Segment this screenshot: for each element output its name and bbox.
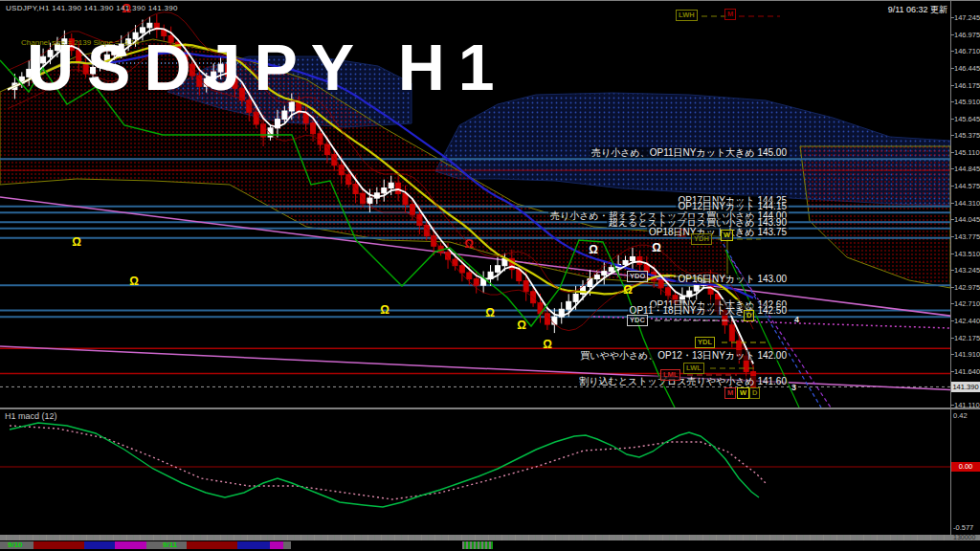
- candlestick: [467, 273, 472, 279]
- price-axis-label: 142.710: [954, 299, 980, 308]
- candlestick: [403, 193, 408, 204]
- swing-marker-icon: Ω: [543, 338, 552, 351]
- macd-main-line: [10, 423, 759, 507]
- price-axis-label: 141.640: [954, 367, 980, 376]
- price-axis-label: 146.175: [954, 81, 980, 90]
- candlestick: [573, 294, 578, 301]
- swing-marker-icon: Ω: [517, 319, 526, 332]
- price-axis-label: 144.845: [954, 165, 980, 173]
- session-segment: [270, 541, 283, 549]
- price-axis-label: 141.910: [954, 350, 980, 359]
- candlestick: [382, 188, 387, 193]
- price-axis-label: 145.375: [954, 131, 980, 140]
- pivot-box-lwh: LWH: [676, 10, 698, 21]
- pivot-box-ydo: YDO: [627, 271, 648, 282]
- pivot-box-d: D: [749, 387, 760, 399]
- price-axis-label: 145.910: [954, 98, 980, 106]
- candlestick: [474, 279, 479, 286]
- price-axis-label: 144.045: [954, 215, 980, 224]
- pivot-box-ydc: YDC: [627, 315, 648, 326]
- op-level-annotation: OP16日NYカット 143.00: [676, 274, 789, 284]
- pivot-box-d: D: [744, 310, 754, 321]
- swing-marker-icon: Ω: [485, 306, 495, 320]
- pane-separator[interactable]: [0, 408, 980, 409]
- pivot-box-lwl: LWL: [683, 363, 704, 374]
- swing-marker-icon: Ω: [72, 235, 81, 249]
- date-label: 9/10: [8, 540, 23, 549]
- macd-axis-top: 0.42: [953, 411, 968, 420]
- pivot-box-ydh: YDH: [691, 233, 712, 245]
- price-axis-label: 142.440: [954, 317, 980, 325]
- price-axis-label: 145.110: [954, 148, 980, 157]
- candlestick: [630, 256, 635, 260]
- price-axis-label: 144.575: [954, 182, 980, 190]
- wave-number-label: 3: [791, 383, 796, 392]
- candlestick: [602, 272, 607, 276]
- price-axis-label: 145.645: [954, 115, 980, 123]
- candlestick: [417, 214, 422, 225]
- session-segment: [115, 541, 146, 549]
- op-level-annotation: 割り込むとストップロス売りやや小さめ 141.60: [577, 376, 789, 386]
- ichimoku-cloud-future: [800, 146, 950, 288]
- pivot-box-w: W: [737, 387, 749, 399]
- channel-info-label: Channel size = 2139 Slope = -4.14: [21, 38, 139, 47]
- op-level-annotation: OP18日NYカット大きめ 143.75: [647, 227, 789, 237]
- time-axis[interactable]: [0, 535, 980, 540]
- date-label: 9/11: [163, 540, 177, 549]
- candlestick: [637, 256, 642, 264]
- candlestick: [396, 183, 401, 193]
- pivot-box-lml: LML: [660, 369, 680, 381]
- macd-zero-tag: 0.00: [951, 462, 980, 472]
- session-segment: [33, 541, 84, 549]
- price-axis-separator: [950, 1, 951, 540]
- pivot-box-ydl: YDL: [695, 337, 715, 348]
- candlestick: [694, 285, 699, 291]
- candlestick: [609, 268, 613, 272]
- session-segment: [84, 541, 115, 549]
- candlestick: [594, 276, 599, 279]
- pivot-box-m: M: [724, 9, 736, 20]
- pivot-box-w: W: [721, 230, 733, 241]
- updated-timestamp: 9/11 06:32 更新: [888, 4, 947, 16]
- candlestick: [523, 281, 528, 292]
- candlestick: [552, 317, 557, 324]
- op-level-annotation: OP11・18日NYカット大きめ 142.50: [628, 305, 789, 316]
- swing-marker-icon: Ω: [652, 241, 661, 254]
- price-axis-label: 144.310: [954, 199, 980, 208]
- candlestick: [147, 23, 152, 28]
- price-axis-label: 142.975: [954, 283, 980, 292]
- op-level-annotation: 売り小さめ、OP11日NYカット大きめ 145.00: [590, 147, 789, 158]
- op-level-annotation: 買いやや小さめ、OP12・13日NYカット 142.00: [578, 350, 789, 361]
- candlestick: [389, 183, 393, 187]
- ohlc-title: USDJPY,H1 141.390 141.390 141.390 141.39…: [6, 4, 178, 12]
- macd-axis-bottom: -0.577: [953, 523, 973, 532]
- candlestick: [368, 198, 372, 203]
- swing-marker-icon: Ω: [623, 283, 633, 297]
- candlestick: [495, 266, 500, 273]
- candlestick: [623, 260, 628, 264]
- session-segment: [283, 541, 291, 549]
- price-axis-label: 143.775: [954, 232, 980, 241]
- candlestick: [658, 280, 663, 288]
- swing-marker-icon: Ω: [380, 303, 390, 317]
- candlestick: [282, 111, 287, 120]
- candlestick: [567, 301, 571, 309]
- macd-signal-line: [10, 426, 766, 499]
- time-axis-corner-label: 130000: [953, 534, 975, 540]
- wave-number-label: 4: [794, 315, 799, 324]
- candlestick: [339, 165, 344, 175]
- session-segment: [187, 541, 237, 549]
- swing-marker-icon: Ω: [589, 243, 598, 256]
- price-axis-label: 146.710: [954, 47, 980, 55]
- session-marker: [462, 541, 493, 549]
- mt4-chart-window: ΩΩΩΩΩΩΩΩΩΩΩΩ USDJPY,H1 141.390 141.390 1…: [0, 0, 980, 551]
- price-axis-label: 142.175: [954, 334, 980, 342]
- swing-marker-icon: Ω: [129, 275, 139, 288]
- candlestick: [311, 123, 316, 134]
- price-axis-label: 146.445: [954, 64, 980, 73]
- session-segment: [237, 541, 270, 549]
- price-axis-label: 143.245: [954, 266, 980, 275]
- price-axis-label: 147.245: [954, 13, 980, 22]
- price-axis-label: 143.510: [954, 250, 980, 258]
- price-axis-label: 146.975: [954, 31, 980, 39]
